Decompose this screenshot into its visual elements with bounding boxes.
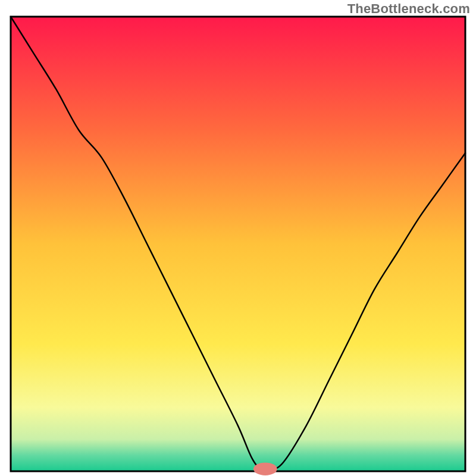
watermark-text: TheBottleneck.com [347, 1, 470, 17]
bottleneck-chart [0, 0, 476, 476]
plot-background [11, 17, 465, 471]
optimal-marker [253, 462, 277, 475]
